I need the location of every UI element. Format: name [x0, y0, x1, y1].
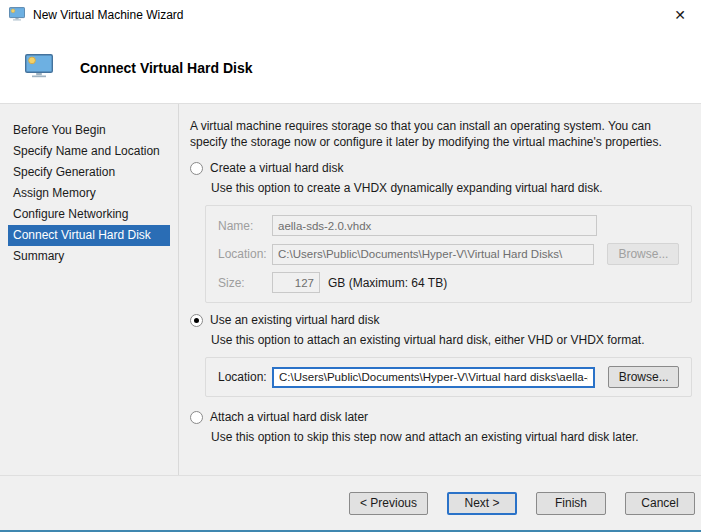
create-disk-radio-label: Create a virtual hard disk — [210, 161, 343, 175]
sidebar-item-before-you-begin[interactable]: Before You Begin — [8, 120, 170, 141]
name-field-row: Name: — [218, 215, 679, 236]
wizard-footer: < Previous Next > Finish Cancel — [0, 475, 701, 530]
sidebar-item-specify-name-and-location[interactable]: Specify Name and Location — [8, 141, 170, 162]
create-disk-radio[interactable] — [190, 162, 203, 175]
create-disk-description: Use this option to create a VHDX dynamic… — [211, 181, 693, 196]
attach-later-radio-label: Attach a virtual hard disk later — [210, 410, 368, 424]
name-label: Name: — [218, 219, 272, 233]
existing-disk-fields-group: Location: Browse... — [205, 357, 692, 397]
intro-text: A virtual machine requires storage so th… — [190, 118, 690, 150]
size-field-row: Size: GB (Maximum: 64 TB) — [218, 272, 679, 293]
close-icon[interactable]: ✕ — [669, 4, 691, 26]
wizard-steps-sidebar: Before You Begin Specify Name and Locati… — [0, 104, 179, 475]
existing-location-label: Location: — [218, 370, 272, 384]
existing-disk-radio-row[interactable]: Use an existing virtual hard disk — [190, 313, 693, 327]
existing-location-field[interactable] — [272, 367, 595, 388]
name-field — [272, 215, 597, 236]
location-label: Location: — [218, 247, 272, 261]
window-title: New Virtual Machine Wizard — [33, 8, 184, 22]
size-label: Size: — [218, 276, 272, 290]
next-button[interactable]: Next > — [447, 492, 517, 515]
attach-later-radio[interactable] — [190, 411, 203, 424]
wizard-body: Before You Begin Specify Name and Locati… — [0, 103, 701, 475]
size-maximum-text: GB (Maximum: 64 TB) — [328, 276, 447, 290]
location-field — [272, 244, 594, 265]
attach-later-radio-row[interactable]: Attach a virtual hard disk later — [190, 410, 693, 424]
create-disk-radio-row[interactable]: Create a virtual hard disk — [190, 161, 693, 175]
finish-button[interactable]: Finish — [536, 492, 606, 515]
create-disk-fields-group: Name: Location: Browse... Size: GB (Maxi… — [205, 205, 692, 303]
title-bar: New Virtual Machine Wizard ✕ — [0, 0, 701, 30]
existing-location-field-row: Location: Browse... — [218, 366, 679, 388]
browse-button[interactable]: Browse... — [608, 366, 679, 388]
page-content: A virtual machine requires storage so th… — [179, 104, 701, 475]
cancel-button[interactable]: Cancel — [625, 492, 695, 515]
vm-monitor-icon — [9, 7, 25, 24]
sidebar-item-configure-networking[interactable]: Configure Networking — [8, 204, 170, 225]
existing-disk-radio-label: Use an existing virtual hard disk — [210, 313, 379, 327]
location-field-row: Location: Browse... — [218, 243, 679, 265]
sidebar-item-connect-virtual-hard-disk[interactable]: Connect Virtual Hard Disk — [8, 225, 170, 246]
existing-disk-radio[interactable] — [190, 314, 203, 327]
browse-button-disabled: Browse... — [607, 243, 679, 265]
sidebar-item-specify-generation[interactable]: Specify Generation — [8, 162, 170, 183]
existing-disk-description: Use this option to attach an existing vi… — [211, 333, 693, 348]
sidebar-item-assign-memory[interactable]: Assign Memory — [8, 183, 170, 204]
wizard-header: Connect Virtual Hard Disk — [0, 30, 701, 103]
vm-monitor-icon-large — [25, 54, 53, 81]
size-field — [272, 272, 320, 293]
previous-button[interactable]: < Previous — [349, 492, 428, 515]
attach-later-description: Use this option to skip this step now an… — [211, 430, 693, 445]
sidebar-item-summary[interactable]: Summary — [8, 246, 170, 267]
new-vm-wizard-window: New Virtual Machine Wizard ✕ Connect Vir… — [0, 0, 701, 532]
page-title: Connect Virtual Hard Disk — [80, 60, 252, 76]
